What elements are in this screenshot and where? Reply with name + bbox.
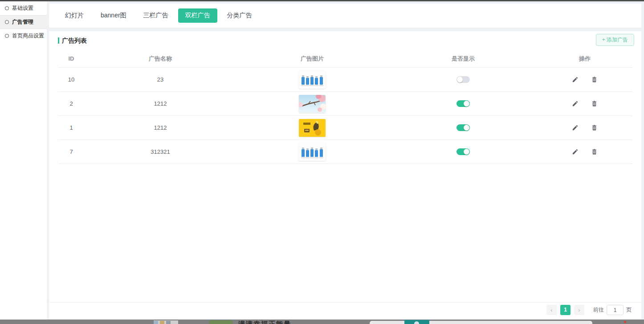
cell-visibility	[388, 124, 538, 131]
sidebar-item-label: 首页商品设置	[12, 32, 44, 40]
cherry-blossom-thumbnail	[299, 95, 326, 113]
cell-id: 1	[58, 124, 85, 131]
header-actions: 操作	[538, 55, 632, 63]
table-header-row: ID 广告名称 广告图片 是否显示 操作	[58, 50, 632, 68]
visibility-toggle-off[interactable]	[457, 76, 470, 83]
background-red-dot	[624, 321, 626, 323]
blue-bottles-product-thumbnail	[299, 71, 326, 89]
delete-button[interactable]	[590, 75, 599, 84]
pagination-bar: ‹ 1 › 前往 页	[49, 302, 641, 317]
background-thumbnails	[154, 320, 178, 324]
cell-actions	[538, 148, 632, 156]
tab-0[interactable]: 幻灯片	[58, 8, 91, 23]
add-ad-button[interactable]: + 添加广告	[596, 34, 634, 46]
edit-button[interactable]	[571, 75, 579, 84]
pencil-icon	[572, 76, 579, 83]
sidebar-item-0[interactable]: 基础设置	[0, 1, 47, 15]
yellow-cosmetics-ad-thumbnail	[299, 119, 326, 137]
ad-type-tabs: 幻灯片banner图三栏广告双栏广告分类广告	[49, 4, 641, 28]
trash-icon	[591, 124, 598, 131]
background-slogan-text: 满满幸福正能量	[238, 320, 291, 324]
sidebar-item-2[interactable]: 首页商品设置	[0, 29, 47, 43]
radio-circle-icon	[5, 20, 9, 24]
trash-icon	[591, 148, 598, 155]
cell-actions	[538, 99, 632, 108]
header-visibility: 是否显示	[388, 55, 538, 63]
table-row-0: 1023	[58, 68, 632, 92]
pencil-icon	[572, 148, 579, 155]
background-card	[370, 321, 592, 324]
cell-ad-name: 312321	[85, 148, 236, 155]
cell-actions	[538, 75, 632, 84]
sidebar-item-1[interactable]: 广告管理	[0, 15, 47, 29]
tab-2[interactable]: 三栏广告	[136, 8, 175, 23]
cell-ad-image	[236, 95, 388, 113]
visibility-toggle-on[interactable]	[457, 100, 470, 107]
prev-page-button[interactable]: ‹	[546, 305, 557, 315]
cell-id: 7	[58, 148, 85, 155]
trash-icon	[591, 100, 598, 107]
cell-visibility	[388, 148, 538, 155]
background-page-strip: 满满幸福正能量	[0, 320, 644, 324]
trash-icon	[591, 76, 598, 83]
pencil-icon	[572, 124, 579, 131]
cell-actions	[538, 123, 632, 132]
top-border-line	[0, 0, 644, 1]
cell-visibility	[388, 100, 538, 107]
table-row-3: 7312321	[58, 140, 632, 164]
cell-ad-name: 1212	[85, 124, 236, 131]
delete-button[interactable]	[590, 148, 599, 156]
table-body: 102321212112127312321	[49, 68, 641, 164]
background-plant-image	[209, 320, 232, 324]
cell-ad-image	[236, 143, 388, 161]
cell-ad-name: 1212	[85, 100, 236, 107]
tab-1[interactable]: banner图	[94, 8, 134, 23]
cell-ad-image	[236, 119, 388, 137]
tab-4[interactable]: 分类广告	[220, 8, 259, 23]
cell-id: 10	[58, 76, 85, 83]
visibility-toggle-on[interactable]	[457, 148, 470, 155]
header-ad-name: 广告名称	[85, 55, 236, 63]
blue-bottles-product-thumbnail	[299, 143, 326, 161]
goto-label: 前往	[593, 306, 604, 314]
radio-circle-icon	[5, 34, 9, 38]
cell-visibility	[388, 76, 538, 83]
header-id: ID	[58, 55, 85, 62]
cell-ad-image	[236, 71, 388, 89]
ad-list-panel: 广告列表 + 添加广告 ID 广告名称 广告图片 是否显示 操作 1023212…	[49, 31, 641, 319]
visibility-toggle-on[interactable]	[457, 124, 470, 131]
edit-button[interactable]	[571, 99, 579, 108]
ad-management-page: 基础设置广告管理首页商品设置 幻灯片banner图三栏广告双栏广告分类广告 广告…	[0, 0, 644, 324]
page-unit-label: 页	[626, 306, 632, 314]
table-row-1: 21212	[58, 92, 632, 116]
header-ad-image: 广告图片	[236, 55, 388, 63]
panel-header: 广告列表 + 添加广告	[49, 31, 641, 50]
cell-id: 2	[58, 100, 85, 107]
settings-sidebar: 基础设置广告管理首页商品设置	[0, 1, 47, 320]
edit-button[interactable]	[571, 123, 579, 132]
table-row-2: 11212	[58, 116, 632, 140]
tab-3-active[interactable]: 双栏广告	[178, 8, 217, 23]
background-teal-button	[404, 320, 429, 324]
page-number-button[interactable]: 1	[560, 305, 571, 315]
delete-button[interactable]	[590, 123, 599, 132]
sidebar-item-label: 广告管理	[12, 18, 33, 26]
panel-title: 广告列表	[58, 37, 87, 45]
page-input[interactable]	[607, 305, 624, 315]
delete-button[interactable]	[590, 99, 599, 108]
cell-ad-name: 23	[85, 76, 236, 83]
radio-circle-icon	[5, 6, 9, 10]
next-page-button[interactable]: ›	[574, 305, 584, 315]
sidebar-item-label: 基础设置	[12, 4, 33, 12]
edit-button[interactable]	[571, 148, 579, 156]
pencil-icon	[572, 100, 579, 107]
